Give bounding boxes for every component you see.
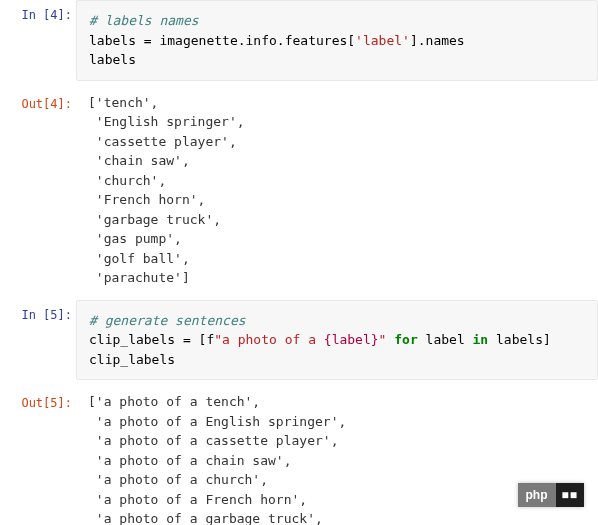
code-string-interp: {label} xyxy=(324,332,379,347)
code-segment: labels] xyxy=(488,332,551,347)
code-cell-5: In [5]: # generate sentences clip_labels… xyxy=(0,300,598,381)
input-prompt: In [4]: xyxy=(0,0,76,24)
output-cell-5: Out[5]: ['a photo of a tench', 'a photo … xyxy=(0,388,598,525)
code-segment: clip_labels xyxy=(89,352,175,367)
code-cell-4: In [4]: # labels names labels = imagenet… xyxy=(0,0,598,81)
code-input[interactable]: # generate sentences clip_labels = [f"a … xyxy=(76,300,598,381)
code-comment: # generate sentences xyxy=(89,313,246,328)
code-keyword: for xyxy=(394,332,417,347)
output-prompt: Out[5]: xyxy=(0,388,76,412)
watermark-right: ■■ xyxy=(556,483,585,507)
code-comment: # labels names xyxy=(89,13,199,28)
code-segment: ].names xyxy=(410,33,465,48)
input-prompt: In [5]: xyxy=(0,300,76,324)
code-segment: labels = imagenette.info.features[ xyxy=(89,33,355,48)
code-string: "a photo of a xyxy=(214,332,324,347)
code-keyword: in xyxy=(473,332,489,347)
code-input[interactable]: # labels names labels = imagenette.info.… xyxy=(76,0,598,81)
output-cell-4: Out[4]: ['tench', 'English springer', 'c… xyxy=(0,89,598,292)
watermark-badge: php ■■ xyxy=(518,483,585,507)
code-segment: labels xyxy=(89,52,136,67)
code-segment: label xyxy=(418,332,473,347)
output-prompt: Out[4]: xyxy=(0,89,76,113)
code-string: 'label' xyxy=(355,33,410,48)
watermark-left: php xyxy=(518,483,556,507)
code-segment: clip_labels = [f xyxy=(89,332,214,347)
code-output: ['tench', 'English springer', 'cassette … xyxy=(76,89,598,292)
